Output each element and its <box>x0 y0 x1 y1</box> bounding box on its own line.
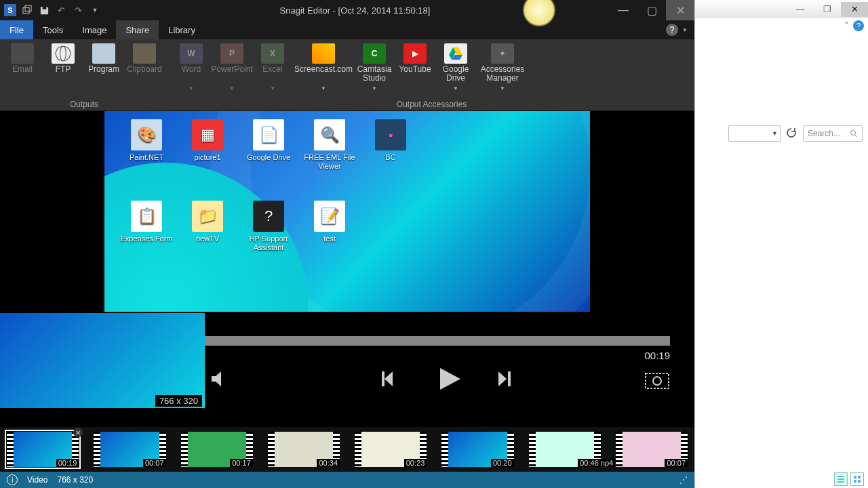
tray-duration: 00:34 <box>317 459 340 467</box>
secondary-close[interactable]: ✕ <box>841 2 868 17</box>
info-icon[interactable]: i <box>7 474 18 485</box>
tray-duration: 00:07 <box>665 459 688 467</box>
canvas-area: 🎨Paint.NET ▦picture1 📄Google Drive 🔍FREE… <box>0 111 694 427</box>
tray-thumbnail[interactable]: ✕00:19 <box>7 432 79 467</box>
view-dropdown[interactable]: ▼ <box>728 125 781 142</box>
playback-time: 00:19 <box>644 350 670 361</box>
secondary-maximize[interactable]: ❐ <box>814 2 841 17</box>
tray-thumbnail[interactable]: 00:46 <box>529 432 601 467</box>
output-word: WWord▼ <box>173 42 210 100</box>
tray-duration: 00:20 <box>491 459 514 467</box>
preview-thumbnail[interactable]: 766 x 320 <box>0 313 205 408</box>
output-powerpoint: PPowerPoint▼ <box>214 42 250 100</box>
play-icon[interactable] <box>435 365 465 392</box>
snagit-editor-window: S ↶ ↷ ▼ Snagit Editor - [Oct 24, 2014 11… <box>0 0 694 488</box>
quick-access-toolbar: S ↶ ↷ ▼ <box>0 4 101 16</box>
list-view-icon[interactable] <box>834 472 848 486</box>
tray-duration: 00:07 <box>143 459 166 467</box>
svg-rect-5 <box>382 371 384 386</box>
status-type: Video <box>27 475 47 485</box>
svg-rect-11 <box>858 476 861 479</box>
close-thumbnail-icon[interactable]: ✕ <box>73 428 83 437</box>
svg-rect-2 <box>42 6 46 9</box>
tray-thumbnail[interactable]: 00:07 <box>94 432 165 467</box>
svg-rect-12 <box>854 480 856 483</box>
secondary-window: — ❐ ✕ ˄ ? ▼ Search... <box>694 0 868 488</box>
preview-dimensions: 766 x 320 <box>155 395 202 407</box>
tray-thumbnail[interactable]: 00:17 <box>181 432 253 467</box>
titlebar: S ↶ ↷ ▼ Snagit Editor - [Oct 24, 2014 11… <box>0 0 694 20</box>
step-forward-icon[interactable] <box>496 369 519 389</box>
accessories-group-label: Output Accessories <box>173 100 690 110</box>
video-frame[interactable]: 🎨Paint.NET ▦picture1 📄Google Drive 🔍FREE… <box>104 111 590 312</box>
svg-rect-1 <box>25 5 31 12</box>
tray-thumbnail[interactable]: mp400:07 <box>616 432 688 467</box>
menu-library[interactable]: Library <box>159 20 205 39</box>
output-email: Email <box>4 42 41 100</box>
output-accessories-manager[interactable]: ✦Accessories Manager▼ <box>478 42 527 100</box>
secondary-view-switch <box>834 470 868 488</box>
tray-duration: 00:23 <box>404 459 427 467</box>
close-button[interactable]: ✕ <box>666 0 694 20</box>
help-icon[interactable]: ? <box>853 20 864 31</box>
svg-rect-0 <box>23 7 29 14</box>
player-controls: 766 x 320 00:19 <box>0 312 694 423</box>
resize-grip-icon[interactable]: ⋰ <box>679 475 688 485</box>
outputs-group-label: Outputs <box>4 100 164 110</box>
menu-file[interactable]: File <box>0 20 33 39</box>
search-placeholder: Search... <box>808 129 840 138</box>
svg-rect-13 <box>858 480 861 483</box>
tray-duration: 00:46 <box>578 459 601 467</box>
search-icon <box>850 129 858 138</box>
snagit-logo-icon[interactable]: S <box>4 4 16 16</box>
seek-bar[interactable] <box>205 336 670 346</box>
menu-share[interactable]: Share <box>116 20 159 39</box>
status-bar: i Video 766 x 320 ⋰ <box>0 472 694 488</box>
svg-point-3 <box>56 46 71 61</box>
copy-all-icon[interactable] <box>21 4 33 16</box>
tray-duration: 00:17 <box>230 459 253 467</box>
step-back-icon[interactable] <box>380 369 403 389</box>
snapshot-icon[interactable] <box>644 368 670 390</box>
capture-tray: ✕00:1900:0700:1700:3400:2300:2000:46mp40… <box>0 427 694 472</box>
secondary-titlebar: — ❐ ✕ <box>695 0 868 18</box>
refresh-icon[interactable] <box>785 127 799 140</box>
menu-tools[interactable]: Tools <box>33 20 73 39</box>
maximize-button[interactable]: ▢ <box>637 0 666 20</box>
help-dropdown-caret[interactable]: ▼ <box>682 27 688 33</box>
save-icon[interactable] <box>38 4 50 16</box>
help-dropdown-icon[interactable]: ? <box>666 24 678 36</box>
volume-icon[interactable] <box>210 370 231 388</box>
search-input[interactable]: Search... <box>803 125 863 142</box>
tray-thumbnail[interactable]: 00:20 <box>441 432 513 467</box>
grid-view-icon[interactable] <box>850 472 864 486</box>
output-clipboard: Clipboard <box>126 42 163 100</box>
svg-rect-6 <box>508 371 511 386</box>
share-ribbon: Email FTP Program Clipboard Outputs WWor… <box>0 39 694 111</box>
menu-image[interactable]: Image <box>73 20 116 39</box>
svg-rect-10 <box>854 476 856 479</box>
tray-duration: 00:19 <box>56 459 79 467</box>
secondary-toolbar: ▼ Search... <box>695 120 868 147</box>
output-excel: XExcel▼ <box>254 42 291 100</box>
output-camtasia[interactable]: CCamtasia Studio▼ <box>356 42 393 100</box>
qat-dropdown-icon[interactable]: ▼ <box>89 4 101 16</box>
output-youtube[interactable]: ▶YouTube <box>397 42 433 100</box>
output-screencast[interactable]: Screencast.com▼ <box>295 42 352 100</box>
minimize-button[interactable]: — <box>609 0 637 20</box>
output-google-drive[interactable]: Google Drive▼ <box>437 42 474 100</box>
svg-point-4 <box>60 46 66 61</box>
menu-tabs: File Tools Image Share Library ? ▼ <box>0 20 694 39</box>
tray-thumbnail[interactable]: 00:23 <box>355 432 427 467</box>
svg-rect-7 <box>646 373 669 388</box>
secondary-minimize[interactable]: — <box>787 2 814 17</box>
undo-icon[interactable]: ↶ <box>55 4 67 16</box>
output-ftp[interactable]: FTP <box>45 42 81 100</box>
status-dimensions: 766 x 320 <box>57 475 93 485</box>
chevron-up-icon[interactable]: ˄ <box>844 20 849 31</box>
redo-icon[interactable]: ↷ <box>72 4 84 16</box>
tray-thumbnail[interactable]: 00:34 <box>268 432 340 467</box>
output-program[interactable]: Program <box>85 42 122 100</box>
desktop-icons: 🎨Paint.NET ▦picture1 📄Google Drive 🔍FREE… <box>104 111 590 289</box>
svg-point-8 <box>653 377 661 385</box>
